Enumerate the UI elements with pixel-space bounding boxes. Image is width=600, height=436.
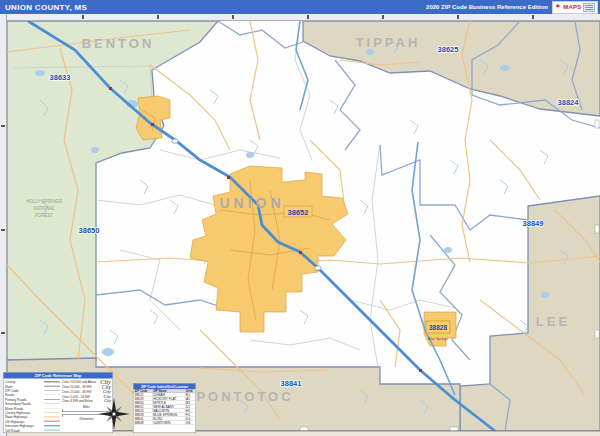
- legend-line-items: CountyStateZIP CodeRoadsPrimary RoadsSec…: [5, 380, 60, 433]
- county-fill-lee: [460, 196, 600, 431]
- edition-label: 2020 ZIP Code Business Reference Edition: [426, 4, 548, 10]
- zip-label-38824: 38824: [558, 98, 580, 107]
- brand-name: MAPS: [563, 4, 581, 10]
- map-page: UNION COUNTY, MS 2020 ZIP Code Business …: [0, 0, 600, 436]
- zip-label-38625: 38625: [438, 45, 459, 54]
- zip-label-38650: 38650: [79, 226, 100, 235]
- brand-logo: ✶ MAPS: [552, 1, 598, 14]
- county-label-union: UNION: [219, 195, 284, 211]
- page-title: UNION COUNTY, MS: [5, 3, 87, 12]
- zip-label-38828: 38828: [429, 324, 447, 331]
- county-label-pontotoc: PONTOTOC: [196, 389, 293, 404]
- globe-icon: ✶: [555, 3, 562, 11]
- zip-label-38849: 38849: [523, 219, 544, 228]
- forest-label-line2: NATIONAL: [33, 206, 56, 211]
- county-fill-tippah: [303, 21, 600, 116]
- compass-rose-icon: [96, 396, 132, 432]
- place-label-blue-springs: Blue Springs: [428, 337, 448, 341]
- zip-index-row: 38849GUNTOWNG3: [134, 421, 196, 425]
- forest-label-line1: HOLLY SPRINGS: [26, 199, 62, 204]
- legend-row: Toll Roads: [5, 428, 60, 432]
- county-label-tippah: TIPPAH: [356, 35, 421, 50]
- zip-label-38652: 38652: [288, 208, 309, 217]
- forest-label-line3: FOREST: [35, 213, 55, 218]
- zip-label-38633: 38633: [50, 73, 71, 82]
- zip-label-38841: 38841: [281, 379, 302, 388]
- zip-index-table: ZIP Code Index/Grid Locator ZIP CodeZIP …: [133, 383, 196, 433]
- badge-icon: [583, 3, 595, 12]
- grid-ruler-top: [0, 14, 600, 21]
- header-bar: UNION COUNTY, MS 2020 ZIP Code Business …: [0, 0, 600, 14]
- zip-area-38652: [190, 166, 348, 332]
- state-highway: [412, 142, 455, 395]
- county-label-benton: BENTON: [82, 36, 155, 51]
- county-label-lee: LEE: [536, 314, 570, 329]
